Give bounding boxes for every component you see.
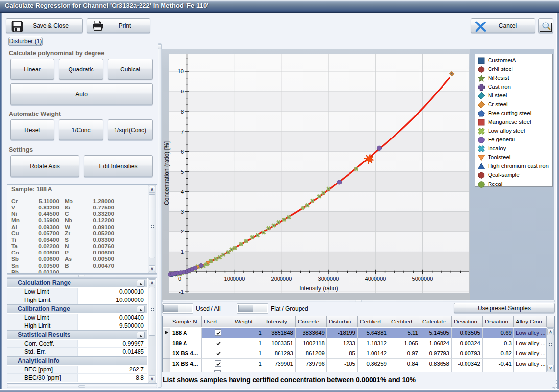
svg-text:4: 4 bbox=[181, 189, 184, 195]
svg-text:3000000: 3000000 bbox=[318, 276, 339, 282]
svg-text:10: 10 bbox=[178, 69, 184, 74]
svg-text:Concentration (ratio) [%]: Concentration (ratio) [%] bbox=[163, 141, 170, 205]
svg-text:6: 6 bbox=[181, 149, 184, 155]
svg-text:-1: -1 bbox=[179, 289, 184, 295]
svg-text:1000000: 1000000 bbox=[224, 276, 245, 282]
svg-text:5: 5 bbox=[181, 169, 184, 175]
svg-text:2: 2 bbox=[181, 229, 184, 234]
svg-text:4000000: 4000000 bbox=[365, 276, 386, 282]
svg-text:5000000: 5000000 bbox=[412, 276, 433, 282]
svg-text:3: 3 bbox=[181, 209, 184, 215]
svg-text:2000000: 2000000 bbox=[271, 276, 292, 282]
svg-text:7: 7 bbox=[181, 129, 184, 135]
svg-text:0: 0 bbox=[178, 276, 181, 282]
svg-text:8: 8 bbox=[181, 109, 184, 115]
svg-text:9: 9 bbox=[181, 89, 184, 94]
svg-text:1: 1 bbox=[181, 249, 184, 254]
svg-text:Intensity (ratio): Intensity (ratio) bbox=[299, 285, 338, 292]
